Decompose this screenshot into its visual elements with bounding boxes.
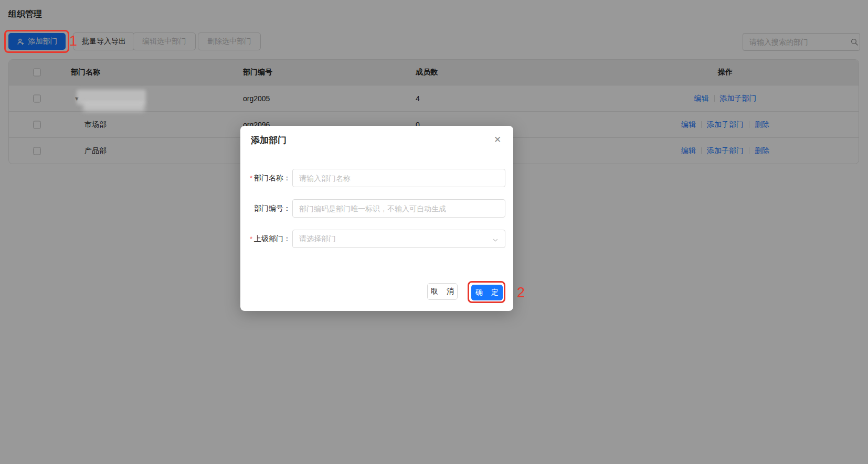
annotation-number-2: 2 — [517, 286, 525, 300]
form-row-department-code: 部门编号： — [240, 199, 513, 218]
required-asterisk: * — [250, 235, 252, 243]
organization-management-page: 组织管理 添加部门 批量导入导出 编辑选中部门 删除选中部门 部门名称 部门编号… — [0, 0, 868, 464]
field-label: *上级部门： — [240, 234, 291, 244]
department-name-field-wrap — [292, 169, 505, 187]
form-row-department-name: *部门名称： — [240, 169, 513, 187]
field-label: 部门编号： — [240, 204, 291, 213]
add-department-modal: 添加部门 ✕ *部门名称： 部门编号： *上级部门： 请选择部门 取 消 确 — [240, 126, 513, 311]
select-placeholder: 请选择部门 — [293, 234, 336, 244]
cancel-label: 取 消 — [428, 287, 457, 296]
department-code-field-wrap — [292, 199, 505, 218]
form-row-parent-department: *上级部门： 请选择部门 — [240, 230, 513, 248]
chevron-down-icon — [492, 236, 499, 245]
field-label: *部门名称： — [240, 174, 291, 183]
required-asterisk: * — [250, 174, 252, 182]
redaction-blur — [83, 103, 145, 112]
cancel-button[interactable]: 取 消 — [427, 283, 458, 300]
annotation-number-1: 1 — [69, 34, 77, 48]
confirm-button[interactable]: 确 定 — [471, 285, 503, 300]
department-code-input[interactable] — [293, 200, 505, 217]
department-name-input[interactable] — [293, 169, 505, 187]
modal-title: 添加部门 — [251, 134, 287, 146]
close-icon[interactable]: ✕ — [490, 132, 505, 147]
parent-department-select[interactable]: 请选择部门 — [292, 230, 505, 248]
confirm-label: 确 定 — [472, 288, 502, 297]
